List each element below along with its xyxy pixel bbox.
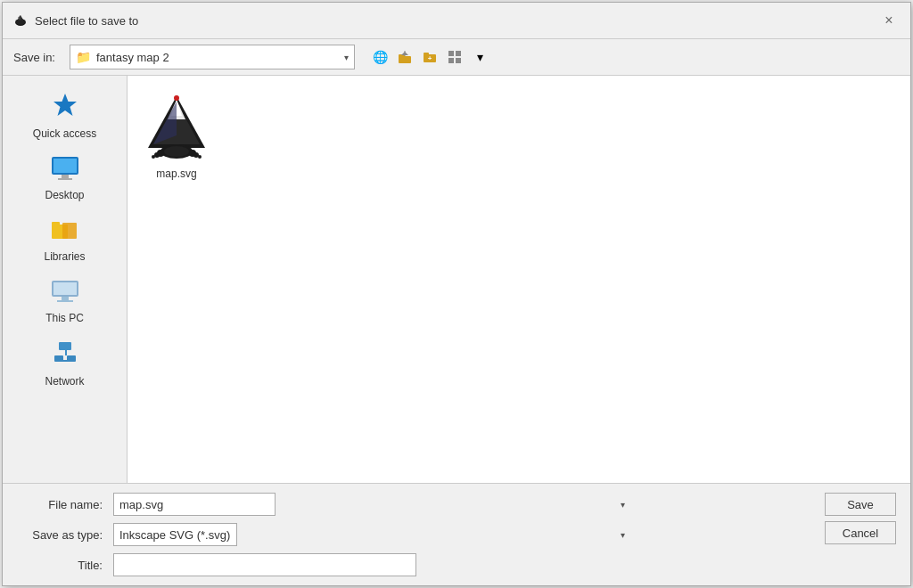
title-bar: Select file to save to × (3, 3, 910, 39)
sidebar-item-quick-access[interactable]: Quick access (12, 85, 119, 146)
file-name-label: File name: (17, 498, 106, 511)
desktop-icon (51, 156, 79, 185)
folder-icon: 📁 (76, 50, 91, 64)
computer-icon (50, 279, 80, 308)
svg-rect-17 (53, 159, 77, 173)
form-fields: File name: ▾ Save as type: Inkscape SVG … (17, 493, 818, 576)
quick-access-label: Quick access (33, 127, 96, 140)
network-icon (50, 340, 80, 372)
svg-rect-27 (59, 342, 71, 350)
dialog-title: Select file to save to (35, 14, 138, 28)
file-item-map-svg[interactable]: map.svg (136, 85, 217, 188)
svg-point-45 (174, 95, 179, 101)
svg-point-43 (152, 155, 155, 159)
bottom-form: File name: ▾ Save as type: Inkscape SVG … (17, 493, 896, 576)
svg-rect-11 (448, 51, 454, 56)
svg-point-38 (164, 146, 189, 157)
views-dropdown-btn[interactable]: ▾ (469, 46, 490, 68)
app-icon (13, 13, 28, 28)
inkscape-logo-svg (144, 93, 209, 164)
sidebar-item-desktop[interactable]: Desktop (12, 150, 119, 208)
file-thumbnail (141, 93, 212, 164)
current-folder-text: fantasy map 2 (96, 51, 339, 64)
svg-marker-15 (53, 94, 77, 116)
title-input[interactable] (113, 553, 416, 576)
this-pc-label: This PC (45, 312, 84, 324)
svg-rect-26 (57, 300, 73, 302)
svg-rect-21 (52, 222, 60, 225)
up-folder-icon (398, 50, 412, 64)
sidebar-item-libraries[interactable]: Libraries (12, 211, 119, 269)
svg-rect-18 (62, 175, 69, 178)
file-area: map.svg (127, 76, 910, 483)
file-name-wrapper: ▾ (113, 493, 630, 516)
create-folder-btn[interactable]: + (419, 46, 440, 68)
up-folder-btn[interactable] (394, 46, 415, 68)
star-icon (51, 91, 79, 124)
save-as-type-row: Save as type: Inkscape SVG (*.svg) Plain… (17, 523, 818, 546)
network-label: Network (45, 375, 84, 388)
svg-point-3 (16, 20, 25, 25)
svg-rect-19 (58, 178, 72, 180)
main-content: Quick access Desktop (3, 76, 910, 483)
svg-rect-7 (405, 51, 406, 56)
title-row: Title: (17, 553, 818, 576)
svg-rect-22 (62, 223, 77, 239)
svg-rect-13 (448, 58, 454, 63)
sidebar: Quick access Desktop (3, 76, 127, 483)
svg-text:+: + (428, 54, 432, 62)
svg-rect-28 (65, 350, 67, 355)
desktop-label: Desktop (45, 189, 84, 201)
toolbar-actions: 🌐 + (369, 46, 490, 68)
bottom-area: File name: ▾ Save as type: Inkscape SVG … (3, 483, 910, 585)
save-in-dropdown[interactable]: 📁 fantasy map 2 ▾ (70, 45, 355, 69)
title-label: Title: (17, 559, 106, 572)
svg-rect-24 (53, 282, 77, 295)
save-in-label: Save in: (13, 51, 62, 64)
save-as-type-select[interactable]: Inkscape SVG (*.svg) Plain SVG (*.svg) P… (113, 523, 237, 546)
sidebar-item-network[interactable]: Network (12, 334, 119, 394)
svg-point-44 (198, 155, 202, 159)
internet-btn[interactable]: 🌐 (369, 46, 391, 68)
file-name-row: File name: ▾ (17, 493, 818, 516)
views-btn[interactable] (444, 46, 465, 68)
save-dialog: Select file to save to × Save in: 📁 fant… (2, 2, 911, 586)
title-bar-left: Select file to save to (13, 13, 138, 28)
cancel-button[interactable]: Cancel (825, 521, 896, 544)
libraries-icon (50, 217, 80, 247)
file-name-input[interactable] (113, 493, 276, 516)
file-item-name: map.svg (156, 167, 196, 180)
file-name-dropdown-arrow: ▾ (621, 500, 625, 510)
save-button[interactable]: Save (825, 493, 896, 516)
save-type-dropdown-arrow: ▾ (621, 530, 625, 540)
save-as-type-label: Save as type: (17, 528, 106, 542)
dropdown-arrow-icon: ▾ (344, 53, 349, 62)
svg-rect-12 (456, 51, 461, 56)
views-icon (448, 50, 462, 64)
libraries-label: Libraries (44, 250, 85, 263)
sidebar-item-this-pc[interactable]: This PC (12, 273, 119, 331)
svg-rect-14 (456, 58, 461, 63)
svg-rect-31 (58, 360, 72, 362)
save-as-type-wrapper: Inkscape SVG (*.svg) Plain SVG (*.svg) P… (113, 523, 630, 546)
create-folder-icon: + (423, 50, 437, 64)
toolbar-row: Save in: 📁 fantasy map 2 ▾ 🌐 + (3, 39, 910, 76)
close-button[interactable]: × (878, 10, 900, 31)
svg-rect-25 (62, 297, 69, 300)
action-buttons: Save Cancel (825, 493, 896, 544)
